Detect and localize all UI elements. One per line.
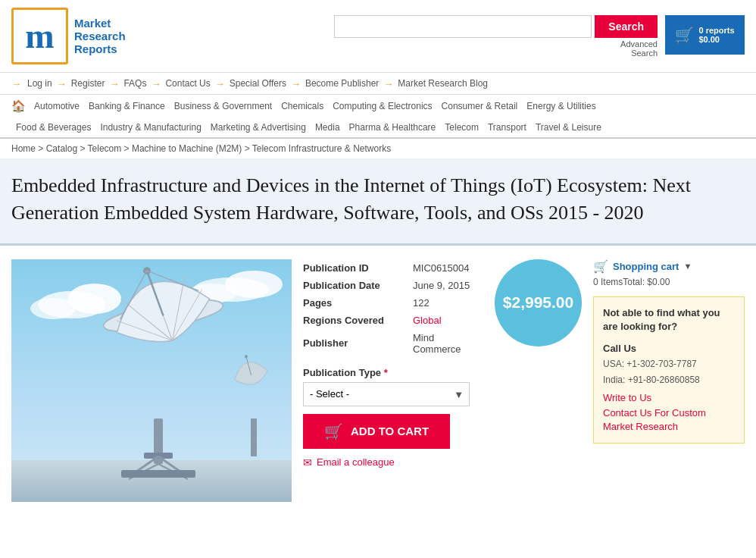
nav-arrow: → [109,78,119,89]
cart-icon-btn: 🛒 [324,422,343,440]
nav-arrow: → [151,78,161,89]
cat-computing[interactable]: Computing & Electronics [328,99,436,113]
breadcrumb-catalog[interactable]: Catalog [46,143,77,154]
nav-arrow: → [57,78,67,89]
nav-arrow: → [291,78,301,89]
cart-button[interactable]: 🛒 0 reports $0.00 [665,15,745,55]
add-to-cart-label: ADD TO CART [351,425,429,437]
email-colleague-link[interactable]: ✉ Email a colleague [303,456,483,469]
svg-rect-24 [121,470,195,478]
pub-type-row: Publication Type * - Select - ▼ [303,367,483,406]
search-input[interactable] [334,15,592,38]
required-star: * [384,367,388,378]
email-colleague-label: Email a colleague [317,456,395,468]
breadcrumb-home[interactable]: Home [11,143,36,154]
nav-faqs[interactable]: FAQs [119,77,151,90]
logo-text: Market Research Reports [74,17,126,55]
svg-rect-1 [11,460,292,502]
logo[interactable]: m Market Research Reports [11,8,126,64]
page-title: Embedded Infrastructure and Devices in t… [11,172,745,227]
breadcrumb-current: Telecom Infrastructure & Networks [252,143,391,154]
cat-energy[interactable]: Energy & Utilities [522,99,600,113]
price-value: $2,995.00 [503,293,573,312]
logo-letter: m [25,19,54,54]
nav-register[interactable]: Register [67,77,110,90]
home-icon[interactable]: 🏠 [11,99,26,113]
product-image [11,259,292,504]
india-phone: India: +91-80-26860858 [603,372,735,387]
regions-link[interactable]: Global [413,315,442,326]
cart-items-total: 0 ItemsTotal: $0.00 [593,277,745,287]
advanced-search-link[interactable]: AdvancedSearch [334,39,658,58]
nav-special-offers[interactable]: Special Offers [225,77,291,90]
price-badge: $2,995.00 [495,259,582,346]
cart-dropdown-arrow-icon: ▼ [683,262,692,271]
nav-become-publisher[interactable]: Become Publisher [301,77,383,90]
cat-business[interactable]: Business & Government [170,99,276,113]
search-button[interactable]: Search [595,15,658,38]
cart-icon: 🛒 [675,26,694,44]
breadcrumb: Home > Catalog > Telecom > Machine to Ma… [0,139,756,158]
breadcrumb-telecom[interactable]: Telecom [88,143,122,154]
cat-industry[interactable]: Industry & Manufacturing [95,121,205,134]
product-image-svg [11,259,292,502]
cat-marketing[interactable]: Marketing & Advertising [206,121,311,134]
cat-media[interactable]: Media [311,121,345,134]
shopping-cart-button[interactable]: Shopping cart [613,261,679,272]
nav-contact[interactable]: Contact Us [161,77,214,90]
cat-food[interactable]: Food & Beverages [11,121,95,134]
help-box: Not able to find what you are looking fo… [593,296,745,444]
add-to-cart-button[interactable]: 🛒 ADD TO CART [303,414,450,449]
cat-chemicals[interactable]: Chemicals [276,99,328,113]
product-detail-table: Publication ID MIC0615004 Publication Da… [303,259,483,358]
call-us-title: Call Us [603,343,735,354]
breadcrumb-m2m[interactable]: Machine to Machine (M2M) [132,143,242,154]
cat-consumer[interactable]: Consumer & Retail [437,99,523,113]
cat-transport[interactable]: Transport [483,121,531,134]
cat-pharma[interactable]: Pharma & Healthcare [345,121,441,134]
pub-type-label: Publication Type [303,367,381,378]
contact-custom-link[interactable]: Contact Us For Custom Market Research [603,406,735,434]
write-to-us-link[interactable]: Write to Us [603,392,735,403]
cat-banking[interactable]: Banking & Finance [84,99,170,113]
cat-telecom[interactable]: Telecom [440,121,483,134]
cart-sidebar-icon: 🛒 [593,259,608,274]
email-icon: ✉ [303,456,312,469]
svg-point-4 [30,298,76,319]
nav-blog[interactable]: Market Research Blog [393,77,492,90]
nav-login[interactable]: Log in [23,77,57,90]
usa-phone: USA: +1-302-703-7787 [603,356,735,371]
cat-travel[interactable]: Travel & Leisure [531,121,606,134]
cart-sidebar: 🛒 Shopping cart ▼ 0 ItemsTotal: $0.00 No… [593,259,745,504]
nav-arrow: → [215,78,225,89]
nav-arrow: → [11,78,21,89]
publication-type-select[interactable]: - Select - [303,382,470,406]
help-title: Not able to find what you are looking fo… [603,306,735,334]
nav-arrow: → [383,78,393,89]
svg-rect-27 [251,418,257,456]
svg-point-3 [68,284,121,314]
cat-automotive[interactable]: Automotive [30,99,84,113]
